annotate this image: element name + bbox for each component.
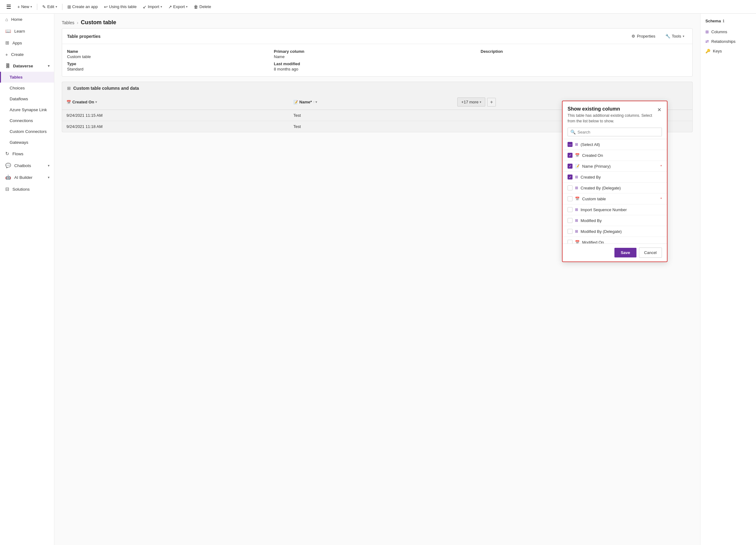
export-btn[interactable]: ↗ Export ▾	[166, 3, 190, 11]
sidebar-item-gateways[interactable]: Gateways	[0, 137, 54, 148]
new-chevron: ▾	[30, 5, 32, 8]
checkbox-custom-table[interactable]	[568, 196, 573, 201]
learn-icon: 📖	[5, 28, 11, 34]
export-chevron: ▾	[186, 5, 188, 8]
divider-1	[37, 4, 37, 10]
schema-item-relationships[interactable]: ⇄ Relationships	[700, 37, 756, 46]
modal-close-btn[interactable]: ✕	[657, 106, 662, 113]
modal-item-select-all[interactable]: ⊞ (Select All)	[563, 139, 667, 150]
item-label-modified-by: Modified By	[581, 218, 662, 223]
modal-item-created-by[interactable]: ⊞ Created By	[563, 172, 667, 183]
checkbox-created-by-delegate[interactable]	[568, 185, 573, 190]
sidebar-label-azure-synapse: Azure Synapse Link	[10, 107, 47, 112]
modal-item-created-on[interactable]: 📅 Created On	[563, 150, 667, 161]
modal-header: Show existing column This table has addi…	[563, 101, 667, 126]
sidebar-item-flows[interactable]: ↻ Flows	[0, 148, 54, 160]
modal-item-modified-by-delegate[interactable]: ⊞ Modified By (Delegate)	[563, 226, 667, 237]
edit-btn[interactable]: ✎ Edit ▾	[40, 3, 59, 11]
sidebar-item-create[interactable]: + Create	[0, 49, 54, 60]
tools-icon: 🔧	[665, 34, 670, 39]
edit-chevron: ▾	[56, 5, 57, 8]
item-label-name-primary: Name (Primary)	[582, 164, 657, 169]
columns-icon: ⊞	[705, 30, 709, 34]
schema-panel: Schema ℹ ⊞ Columns ⇄ Relationships 🔑 Key…	[700, 14, 756, 545]
checkbox-select-all[interactable]	[568, 142, 573, 147]
sidebar-item-azure-synapse[interactable]: Azure Synapse Link	[0, 104, 54, 115]
modal-item-name-primary[interactable]: 📝 Name (Primary) *	[563, 161, 667, 172]
delete-label: Delete	[199, 4, 211, 9]
modal-save-btn[interactable]: Save	[614, 248, 636, 257]
modal-cancel-btn[interactable]: Cancel	[639, 248, 662, 258]
sidebar-item-ai-builder[interactable]: 🤖 AI Builder ▾	[0, 171, 54, 183]
required-marker-name: *	[660, 164, 662, 169]
import-chevron: ▾	[161, 5, 162, 8]
sidebar-item-solutions[interactable]: ⊟ Solutions	[0, 183, 54, 195]
schema-item-columns[interactable]: ⊞ Columns	[700, 27, 756, 37]
sidebar-item-home[interactable]: ⌂ Home	[0, 14, 54, 25]
schema-info-icon: ℹ	[723, 19, 724, 23]
prop-name-label: Name	[67, 49, 274, 54]
checkbox-created-by[interactable]	[568, 175, 573, 179]
sidebar-item-custom-connectors[interactable]: Custom Connectors	[0, 126, 54, 137]
sidebar-item-dataflows[interactable]: Dataflows	[0, 93, 54, 104]
create-app-btn[interactable]: ⊞ Create an app	[65, 3, 100, 11]
sidebar-label-dataverse: Dataverse	[13, 64, 33, 68]
item-label-created-by-delegate: Created By (Delegate)	[581, 186, 662, 190]
item-label-custom-table: Custom table	[582, 197, 657, 201]
sidebar-item-chatbots[interactable]: 💬 Chatbots ▾	[0, 160, 54, 171]
sidebar-label-ai-builder: AI Builder	[14, 175, 33, 180]
modal-overlay: Show existing column This table has addi…	[62, 82, 692, 132]
checkbox-modified-by-delegate[interactable]	[568, 229, 573, 234]
schema-item-keys[interactable]: 🔑 Keys	[700, 46, 756, 56]
tools-btn[interactable]: 🔧 Tools ▾	[662, 32, 687, 40]
modal-search-box[interactable]: 🔍	[568, 128, 662, 136]
breadcrumb-parent[interactable]: Tables	[62, 20, 74, 25]
modal-item-modified-by[interactable]: ⊞ Modified By	[563, 215, 667, 226]
sidebar-item-dataverse[interactable]: 🗄 Dataverse ▾	[0, 60, 54, 72]
create-icon: +	[5, 52, 8, 57]
table-properties-card: Table properties ⚙ Properties 🔧 Tools ▾ …	[62, 28, 693, 77]
modal-item-created-by-delegate[interactable]: ⊞ Created By (Delegate)	[563, 183, 667, 193]
checkbox-modified-on[interactable]	[568, 240, 573, 243]
prop-primary-value: Name	[274, 54, 481, 59]
delete-btn[interactable]: 🗑 Delete	[191, 3, 214, 11]
checkbox-import-seq[interactable]	[568, 207, 573, 212]
sidebar-item-apps[interactable]: ⊞ Apps	[0, 37, 54, 49]
checkbox-created-on[interactable]	[568, 153, 573, 158]
chatbots-chevron: ▾	[48, 164, 50, 168]
item-label-created-on: Created On	[582, 153, 662, 158]
sidebar-label-flows: Flows	[12, 152, 23, 156]
home-icon: ⌂	[5, 17, 8, 22]
modal-subtitle: This table has additional existing colum…	[568, 113, 657, 124]
modal-item-modified-on[interactable]: 📅 Modified On	[563, 237, 667, 243]
sidebar-label-learn: Learn	[14, 29, 25, 34]
properties-btn[interactable]: ⚙ Properties	[628, 32, 658, 40]
modal-search-input[interactable]	[577, 130, 659, 134]
card-actions: ⚙ Properties 🔧 Tools ▾	[628, 32, 687, 40]
sidebar-item-learn[interactable]: 📖 Learn	[0, 25, 54, 37]
sidebar-label-chatbots: Chatbots	[14, 163, 31, 168]
sidebar-item-tables[interactable]: Tables	[0, 72, 54, 83]
modal-item-import-seq[interactable]: ⊞ Import Sequence Number	[563, 204, 667, 215]
checkbox-name-primary[interactable]	[568, 164, 573, 169]
data-table-wrapper: ⊞ Custom table columns and data 📅 Create…	[62, 82, 693, 132]
hamburger-btn[interactable]: ☰	[4, 1, 14, 13]
tools-chevron: ▾	[683, 34, 684, 38]
modal-item-custom-table[interactable]: 📅 Custom table *	[563, 193, 667, 204]
sidebar-item-choices[interactable]: Choices	[0, 83, 54, 93]
modal-footer: Save Cancel	[563, 243, 667, 261]
select-all-icon: ⊞	[575, 142, 578, 147]
prop-desc: Description	[481, 49, 687, 59]
properties-label: Properties	[637, 34, 655, 39]
import-btn[interactable]: ↙ Import ▾	[140, 3, 165, 11]
prop-desc-label: Description	[481, 49, 687, 54]
ai-builder-icon: 🤖	[5, 175, 11, 180]
sidebar-item-connections[interactable]: Connections	[0, 115, 54, 126]
checkbox-modified-by[interactable]	[568, 218, 573, 223]
modified-by-delegate-icon: ⊞	[575, 229, 578, 234]
toolbar: ☰ + New ▾ ✎ Edit ▾ ⊞ Create an app ↩ Usi…	[0, 0, 756, 14]
breadcrumb: Tables › Custom table	[54, 14, 700, 28]
prop-primary-col: Primary column Name	[274, 49, 481, 59]
new-btn[interactable]: + New ▾	[15, 3, 34, 11]
using-table-btn[interactable]: ↩ Using this table	[102, 3, 139, 11]
